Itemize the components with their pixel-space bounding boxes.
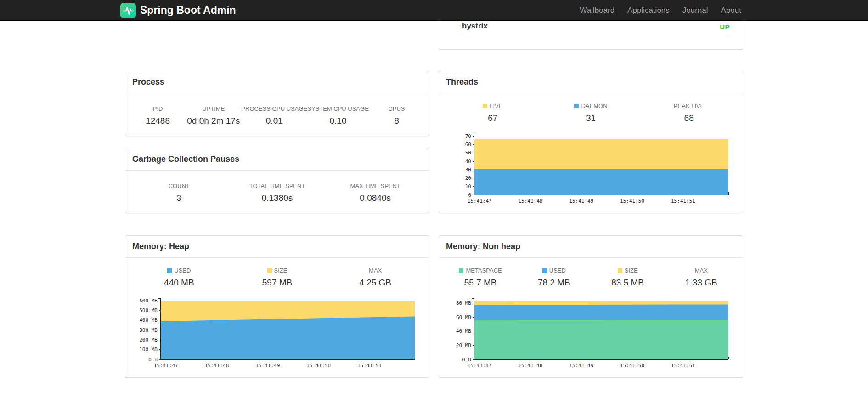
health-status-badge: UP	[720, 23, 730, 31]
nav-item-journal[interactable]: Journal	[676, 0, 715, 21]
svg-text:50: 50	[465, 150, 471, 156]
metric-nonheap-size: SIZE 83.5 MB	[591, 267, 665, 288]
memory-non-heap-chart: 0 B20 MB40 MB60 MB80 MB15:41:4715:41:481…	[451, 296, 731, 371]
metric-value: 0.1380s	[228, 193, 327, 203]
metric-value: 78.2 MB	[517, 278, 591, 288]
metric-value: 68	[640, 113, 738, 123]
metric-label: SYSTEM CPU USAGE	[307, 105, 369, 112]
memory-non-heap-legend: METASPACE 55.7 MB USED 78.2 MB SIZE 83.5…	[439, 258, 743, 293]
metaspace-legend-swatch	[459, 268, 463, 273]
threads-legend: LIVE 67 DAEMON 31 PEAK LIVE 68	[439, 93, 743, 129]
nav-links: Wallboard Applications Journal About	[573, 0, 748, 21]
threads-panel: Threads LIVE 67 DAEMON 31 PEAK LIVE 68	[439, 71, 743, 213]
gc-panel: Garbage Collection Pauses COUNT 3 TOTAL …	[125, 148, 429, 213]
metric-label: PID	[130, 105, 186, 112]
svg-text:15:41:51: 15:41:51	[671, 198, 695, 204]
metric-system-cpu: SYSTEM CPU USAGE 0.10	[307, 105, 369, 126]
svg-text:30: 30	[465, 167, 471, 173]
svg-text:70: 70	[465, 133, 471, 139]
threads-chart: 01020304050607015:41:4715:41:4815:41:491…	[451, 131, 731, 207]
metric-label: UPTIME	[186, 105, 241, 112]
svg-text:15:41:49: 15:41:49	[255, 363, 280, 369]
metric-value: 0d 0h 2m 17s	[186, 116, 241, 126]
metric-value: 3	[130, 193, 228, 203]
metric-process-cpu: PROCESS CPU USAGE 0.01	[241, 105, 307, 126]
svg-text:20: 20	[465, 175, 471, 181]
metric-cpus: CPUS 8	[369, 105, 424, 126]
metric-gc-count: COUNT 3	[130, 182, 228, 203]
memory-heap-chart: 0 B100 MB200 MB300 MB400 MB500 MB600 MB1…	[137, 296, 417, 371]
brand-title: Spring Boot Admin	[140, 4, 236, 17]
svg-text:600 MB: 600 MB	[139, 298, 158, 304]
nav-item-journal-label[interactable]: Journal	[676, 0, 715, 21]
svg-text:400 MB: 400 MB	[139, 317, 158, 323]
metric-value: 8	[369, 116, 424, 126]
memory-heap-legend: USED 440 MB SIZE 597 MB MAX 4.25 GB	[125, 258, 429, 293]
svg-text:15:41:51: 15:41:51	[357, 363, 382, 369]
svg-text:0 B: 0 B	[462, 357, 471, 363]
nav-item-wallboard-label[interactable]: Wallboard	[573, 0, 621, 21]
svg-text:15:41:47: 15:41:47	[468, 198, 492, 204]
metric-label: CPUS	[369, 105, 424, 112]
metric-threads-daemon: DAEMON 31	[542, 102, 640, 123]
live-legend-swatch	[483, 104, 487, 108]
svg-text:200 MB: 200 MB	[139, 337, 158, 343]
nav-item-about-label[interactable]: About	[715, 0, 748, 21]
metric-value: 0.0840s	[326, 193, 424, 203]
gc-metrics: COUNT 3 TOTAL TIME SPENT 0.1380s MAX TIM…	[125, 171, 429, 209]
svg-text:40: 40	[465, 159, 471, 165]
brand-link[interactable]: Spring Boot Admin	[120, 0, 236, 21]
metric-nonheap-used: USED 78.2 MB	[517, 267, 591, 288]
spring-boot-admin-logo-icon	[120, 3, 136, 18]
svg-text:10: 10	[465, 183, 471, 189]
nav-item-about[interactable]: About	[715, 0, 748, 21]
metric-gc-total-time: TOTAL TIME SPENT 0.1380s	[228, 182, 327, 203]
svg-text:20 MB: 20 MB	[456, 342, 471, 348]
metric-label: SIZE	[591, 267, 665, 274]
memory-non-heap-panel-title: Memory: Non heap	[439, 236, 743, 258]
memory-heap-panel: Memory: Heap USED 440 MB SIZE 597 MB MAX…	[125, 235, 429, 378]
heap-size-legend-swatch	[267, 268, 272, 273]
metric-value: 0.10	[307, 116, 369, 126]
svg-text:15:41:50: 15:41:50	[306, 363, 331, 369]
svg-text:15:41:50: 15:41:50	[620, 363, 644, 369]
svg-text:15:41:51: 15:41:51	[671, 363, 695, 369]
metric-nonheap-metaspace: METASPACE 55.7 MB	[444, 267, 517, 288]
metric-heap-used: USED 440 MB	[130, 267, 228, 288]
metric-value: 597 MB	[228, 278, 327, 288]
metric-label: MAX	[665, 267, 738, 274]
metric-threads-peak: PEAK LIVE 68	[640, 102, 738, 123]
metric-value: 12488	[130, 116, 186, 126]
metric-value: 67	[444, 113, 542, 123]
metric-threads-live: LIVE 67	[444, 102, 542, 123]
svg-text:15:41:48: 15:41:48	[519, 363, 543, 369]
left-column-spacer	[120, 21, 434, 50]
nav-item-applications-label[interactable]: Applications	[621, 0, 676, 21]
svg-text:0 B: 0 B	[148, 357, 158, 363]
metric-value: 55.7 MB	[444, 278, 517, 288]
process-panel: Process PID 12488 UPTIME 0d 0h 2m 17s PR…	[125, 71, 429, 136]
gc-panel-title: Garbage Collection Pauses	[125, 148, 429, 171]
health-application-name: hystrix	[462, 22, 488, 31]
metric-label: SIZE	[228, 267, 327, 274]
nonheap-size-legend-swatch	[618, 268, 622, 273]
nav-item-wallboard[interactable]: Wallboard	[573, 0, 621, 21]
metric-label: PEAK LIVE	[640, 102, 738, 109]
metric-label: USED	[130, 267, 228, 274]
svg-text:60: 60	[465, 142, 471, 148]
nav-item-applications[interactable]: Applications	[621, 0, 676, 21]
metric-gc-max-time: MAX TIME SPENT 0.0840s	[326, 182, 424, 203]
svg-text:80 MB: 80 MB	[456, 300, 471, 306]
svg-text:60 MB: 60 MB	[456, 314, 471, 320]
svg-text:0: 0	[468, 192, 471, 198]
metric-label: DAEMON	[542, 102, 640, 109]
heap-used-legend-swatch	[167, 268, 172, 273]
metric-label: COUNT	[130, 182, 228, 189]
nonheap-used-legend-swatch	[542, 268, 547, 273]
svg-text:500 MB: 500 MB	[139, 308, 158, 313]
metric-label: LIVE	[444, 102, 542, 109]
metric-value: 0.01	[241, 116, 307, 126]
metric-label: METASPACE	[444, 267, 517, 274]
metric-value: 83.5 MB	[591, 278, 665, 288]
process-panel-title: Process	[125, 71, 429, 93]
